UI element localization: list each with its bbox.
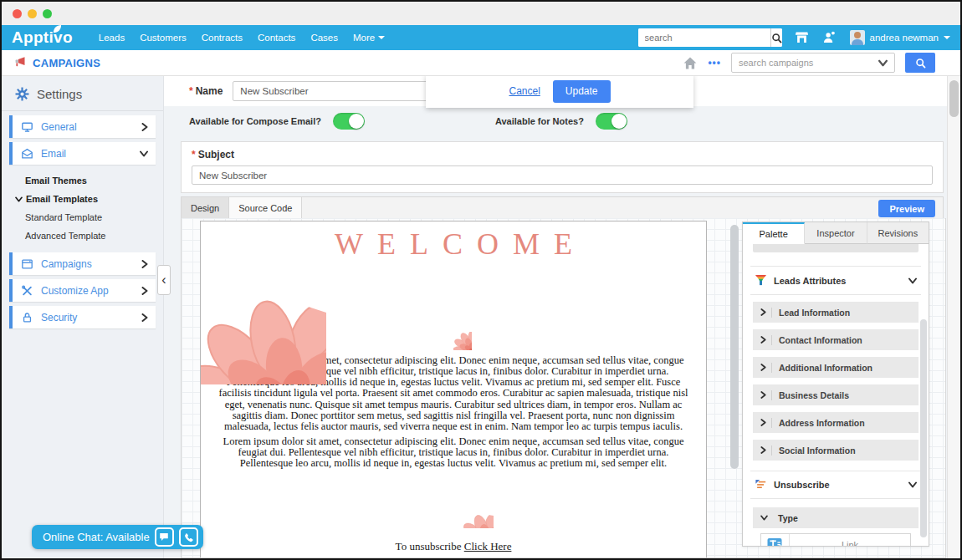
minimize-window-button[interactable] [28, 9, 37, 18]
sidebar-item-label: General [41, 121, 77, 133]
chevron-right-icon [760, 308, 766, 316]
divider [771, 308, 772, 318]
global-search-box [638, 28, 782, 47]
palette-item-contact-information[interactable]: Contact Information [753, 329, 919, 350]
tab-inspector[interactable]: Inspector [805, 222, 867, 244]
chevron-down-icon [908, 481, 917, 488]
canvas-scrollbar[interactable] [730, 225, 739, 469]
notes-toggle[interactable] [596, 113, 627, 130]
palette-item-unsubscribe-link[interactable]: Link [760, 533, 911, 546]
unsubscribe-section-header[interactable]: Unsubscribe [750, 471, 921, 499]
dahlia-flower-small [435, 313, 472, 350]
sidebar-subitem-standard-template[interactable]: Standard Template [25, 208, 163, 227]
compose-email-toggle[interactable] [333, 113, 365, 130]
chevron-down-icon [760, 515, 768, 521]
subitem-label: Email Themes [25, 176, 87, 186]
palette-tab-bar: Palette Inspector Revisions [743, 222, 929, 244]
maximize-window-button[interactable] [43, 9, 52, 18]
sidebar-item-customize-app[interactable]: Customize App [9, 279, 156, 302]
tab-palette[interactable]: Palette [743, 222, 805, 244]
notifications-icon[interactable] [822, 30, 837, 45]
search-icon [771, 33, 782, 43]
email-template-document[interactable]: WELCOME Lorem ipsum dolor sit amet, cons… [200, 221, 707, 558]
palette-item-label: Additional Information [779, 363, 872, 373]
nav-item-cases[interactable]: Cases [310, 33, 338, 43]
nav-item-customers[interactable]: Customers [140, 33, 187, 43]
tab-revisions[interactable]: Revisions [867, 222, 929, 244]
chevron-right-icon [760, 336, 766, 344]
update-button[interactable]: Update [553, 80, 611, 103]
leads-attributes-section-header[interactable]: Leads Attributes [750, 266, 921, 295]
sidebar-item-campaigns[interactable]: Campaigns [9, 252, 156, 275]
page-title: CAMPAIGNS [33, 57, 100, 69]
unsubscribe-text: To unsubscribe [396, 540, 462, 552]
apptivo-logo[interactable]: Apptivo [12, 28, 73, 47]
campaign-search-placeholder: search campaigns [739, 58, 813, 68]
palette-item-lead-information[interactable]: Lead Information [753, 302, 919, 323]
nav-more-label: More [353, 33, 375, 43]
email-submenu: Email Themes Email Templates Standard Te… [2, 169, 163, 248]
page-scrollbar[interactable] [947, 76, 960, 558]
sidebar-item-email[interactable]: Email [9, 142, 156, 165]
divider [771, 418, 772, 428]
unsubscribe-link[interactable]: Click Here [464, 540, 512, 552]
tab-design[interactable]: Design [182, 197, 229, 219]
sidebar-item-general[interactable]: General [9, 115, 156, 138]
sidebar-subitem-advanced-template[interactable]: Advanced Template [25, 227, 163, 245]
logo-text: Apptivo [12, 28, 73, 46]
palette-item-address-information[interactable]: Address Information [753, 412, 919, 433]
sidebar-subitem-email-themes[interactable]: Email Themes [25, 171, 163, 190]
chevron-right-icon [141, 123, 148, 131]
nav-item-leads[interactable]: Leads [99, 33, 125, 43]
text-field-icon [761, 534, 790, 546]
palette-item-additional-information[interactable]: Additional Information [753, 357, 919, 378]
sidebar-subitem-email-templates[interactable]: Email Templates [25, 190, 163, 208]
close-window-button[interactable] [13, 9, 22, 18]
user-menu[interactable]: andrea newman [850, 30, 950, 45]
home-icon[interactable] [683, 56, 698, 70]
campaigns-icon [21, 258, 33, 270]
palette-scrollbar[interactable] [920, 319, 927, 537]
settings-sidebar: Settings General Email Email Themes Emai… [2, 76, 164, 558]
palette-content: Leads Attributes Lead Information Contac… [743, 244, 929, 546]
chevron-down-icon [908, 277, 917, 284]
monitor-icon [21, 121, 33, 133]
unsubscribe-type-header[interactable]: Type [753, 507, 919, 528]
cancel-button[interactable]: Cancel [509, 85, 540, 97]
list-icon [755, 479, 767, 491]
online-chat-label: Online Chat: Available [43, 531, 150, 543]
palette-item-business-details[interactable]: Business Details [753, 384, 919, 405]
page-scrollbar-thumb[interactable] [949, 80, 959, 117]
global-search-input[interactable] [638, 28, 770, 47]
nav-item-contracts[interactable]: Contracts [202, 33, 243, 43]
store-icon[interactable] [795, 30, 810, 45]
phone-icon[interactable] [179, 527, 198, 547]
nav-item-contacts[interactable]: Contacts [258, 33, 295, 43]
name-input[interactable] [233, 81, 433, 101]
subject-field-label: Subject [198, 149, 234, 160]
sidebar-item-security[interactable]: Security [9, 306, 156, 328]
subject-input[interactable] [192, 165, 933, 185]
palette-item-social-information[interactable]: Social Information [753, 440, 919, 461]
section-title: Leads Attributes [774, 276, 846, 286]
more-options-button[interactable]: ••• [708, 57, 721, 69]
preview-button[interactable]: Preview [878, 200, 935, 217]
nav-item-more[interactable]: More [353, 33, 385, 43]
funnel-icon [755, 274, 767, 287]
editor-tab-bar: Design Source Code Preview [181, 196, 944, 220]
gear-icon [15, 87, 29, 101]
sidebar-item-label: Email [41, 148, 66, 160]
appbar-right-group: ••• search campaigns [683, 53, 949, 73]
online-chat-widget[interactable]: Online Chat: Available [32, 525, 203, 549]
chat-bubble-icon[interactable] [155, 527, 174, 547]
global-search-button[interactable] [770, 28, 782, 47]
save-actions-panel: Cancel Update [426, 76, 693, 108]
chevron-down-icon [878, 59, 888, 67]
campaign-search-select[interactable]: search campaigns [731, 53, 895, 73]
campaign-search-button[interactable] [905, 53, 935, 73]
required-marker: * [189, 85, 193, 97]
leaf-icon [53, 24, 62, 33]
subitem-label: Standard Template [25, 212, 102, 222]
tab-source-code[interactable]: Source Code [229, 197, 302, 219]
sidebar-collapse-handle[interactable]: ‹ [157, 265, 171, 295]
